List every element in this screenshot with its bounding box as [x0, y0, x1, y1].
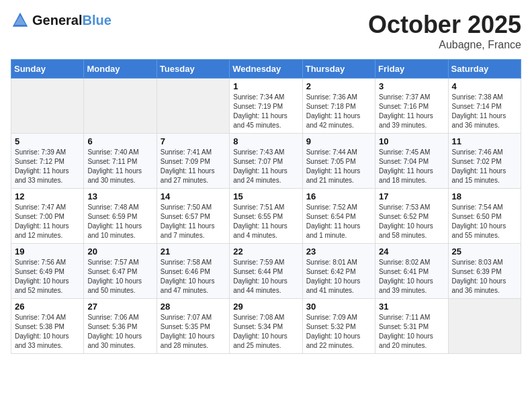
day-number: 6	[87, 136, 152, 146]
calendar-header-row: SundayMondayTuesdayWednesdayThursdayFrid…	[11, 60, 521, 79]
day-info: Sunrise: 7:43 AM Sunset: 7:07 PM Dayligh…	[233, 148, 298, 185]
day-number: 15	[233, 191, 298, 201]
day-info: Sunrise: 8:01 AM Sunset: 6:42 PM Dayligh…	[306, 258, 371, 295]
day-number: 1	[233, 81, 298, 91]
day-info: Sunrise: 7:04 AM Sunset: 5:38 PM Dayligh…	[15, 313, 80, 351]
day-info: Sunrise: 7:52 AM Sunset: 6:54 PM Dayligh…	[306, 203, 371, 240]
calendar-day-cell: 31Sunrise: 7:11 AM Sunset: 5:31 PM Dayli…	[375, 299, 448, 354]
day-info: Sunrise: 7:07 AM Sunset: 5:35 PM Dayligh…	[161, 313, 226, 351]
day-info: Sunrise: 7:45 AM Sunset: 7:04 PM Dayligh…	[379, 148, 444, 185]
calendar-day-cell: 2Sunrise: 7:36 AM Sunset: 7:18 PM Daylig…	[302, 79, 375, 134]
day-number: 25	[452, 246, 517, 257]
day-number: 22	[233, 246, 298, 257]
day-number: 13	[87, 191, 152, 201]
day-number: 7	[161, 136, 226, 146]
day-info: Sunrise: 7:56 AM Sunset: 6:49 PM Dayligh…	[15, 258, 80, 295]
day-number: 10	[379, 136, 444, 146]
day-info: Sunrise: 7:57 AM Sunset: 6:47 PM Dayligh…	[87, 258, 152, 295]
calendar-day-cell: 24Sunrise: 8:02 AM Sunset: 6:41 PM Dayli…	[375, 244, 448, 299]
day-number: 12	[15, 191, 80, 201]
calendar-day-cell: 27Sunrise: 7:06 AM Sunset: 5:36 PM Dayli…	[84, 299, 157, 354]
day-info: Sunrise: 7:46 AM Sunset: 7:02 PM Dayligh…	[452, 148, 517, 185]
calendar-day-cell: 10Sunrise: 7:45 AM Sunset: 7:04 PM Dayli…	[375, 134, 448, 189]
day-number: 29	[233, 302, 298, 312]
calendar-day-cell: 14Sunrise: 7:50 AM Sunset: 6:57 PM Dayli…	[157, 189, 229, 244]
logo-icon	[11, 11, 30, 30]
page-header: GeneralBlue October 2025 Aubagne, France	[11, 11, 521, 51]
calendar-day-cell: 23Sunrise: 8:01 AM Sunset: 6:42 PM Dayli…	[302, 244, 375, 299]
calendar-day-cell: 13Sunrise: 7:48 AM Sunset: 6:59 PM Dayli…	[84, 189, 157, 244]
calendar-day-cell: 26Sunrise: 7:04 AM Sunset: 5:38 PM Dayli…	[11, 299, 84, 354]
calendar-week-row: 12Sunrise: 7:47 AM Sunset: 7:00 PM Dayli…	[11, 189, 521, 244]
day-info: Sunrise: 7:59 AM Sunset: 6:44 PM Dayligh…	[233, 258, 298, 295]
day-number: 2	[306, 81, 371, 91]
day-info: Sunrise: 8:03 AM Sunset: 6:39 PM Dayligh…	[452, 258, 517, 295]
weekday-header: Monday	[84, 60, 157, 79]
day-number: 4	[452, 81, 517, 91]
day-info: Sunrise: 7:58 AM Sunset: 6:46 PM Dayligh…	[161, 258, 226, 295]
logo-blue: Blue	[82, 13, 111, 28]
calendar-day-cell: 16Sunrise: 7:52 AM Sunset: 6:54 PM Dayli…	[302, 189, 375, 244]
calendar-day-cell: 17Sunrise: 7:53 AM Sunset: 6:52 PM Dayli…	[375, 189, 448, 244]
calendar-day-cell: 25Sunrise: 8:03 AM Sunset: 6:39 PM Dayli…	[448, 244, 521, 299]
calendar-day-cell	[448, 299, 521, 354]
day-info: Sunrise: 7:39 AM Sunset: 7:12 PM Dayligh…	[15, 148, 80, 185]
calendar-day-cell: 28Sunrise: 7:07 AM Sunset: 5:35 PM Dayli…	[157, 299, 229, 354]
calendar-week-row: 5Sunrise: 7:39 AM Sunset: 7:12 PM Daylig…	[11, 134, 521, 189]
calendar-day-cell	[84, 79, 157, 134]
calendar-day-cell: 8Sunrise: 7:43 AM Sunset: 7:07 PM Daylig…	[230, 134, 302, 189]
calendar-week-row: 26Sunrise: 7:04 AM Sunset: 5:38 PM Dayli…	[11, 299, 521, 354]
calendar-day-cell: 22Sunrise: 7:59 AM Sunset: 6:44 PM Dayli…	[230, 244, 302, 299]
day-info: Sunrise: 7:51 AM Sunset: 6:55 PM Dayligh…	[233, 203, 298, 240]
calendar-table: SundayMondayTuesdayWednesdayThursdayFrid…	[11, 59, 521, 354]
day-number: 28	[161, 302, 226, 312]
logo-general: General	[32, 13, 82, 28]
day-info: Sunrise: 7:36 AM Sunset: 7:18 PM Dayligh…	[306, 93, 371, 130]
calendar-day-cell: 7Sunrise: 7:41 AM Sunset: 7:09 PM Daylig…	[157, 134, 229, 189]
calendar-day-cell	[157, 79, 229, 134]
day-number: 18	[452, 191, 517, 201]
calendar-week-row: 19Sunrise: 7:56 AM Sunset: 6:49 PM Dayli…	[11, 244, 521, 299]
day-number: 9	[306, 136, 371, 146]
calendar-day-cell: 30Sunrise: 7:09 AM Sunset: 5:32 PM Dayli…	[302, 299, 375, 354]
title-block: October 2025 Aubagne, France	[368, 11, 521, 51]
day-info: Sunrise: 7:50 AM Sunset: 6:57 PM Dayligh…	[161, 203, 226, 240]
day-number: 27	[87, 302, 152, 312]
day-number: 16	[306, 191, 371, 201]
month-title: October 2025	[368, 11, 521, 39]
day-number: 11	[452, 136, 517, 146]
day-info: Sunrise: 7:34 AM Sunset: 7:19 PM Dayligh…	[233, 93, 298, 130]
day-info: Sunrise: 7:11 AM Sunset: 5:31 PM Dayligh…	[379, 313, 444, 351]
day-number: 17	[379, 191, 444, 201]
day-number: 23	[306, 246, 371, 257]
day-info: Sunrise: 7:40 AM Sunset: 7:11 PM Dayligh…	[87, 148, 152, 185]
day-info: Sunrise: 7:44 AM Sunset: 7:05 PM Dayligh…	[306, 148, 371, 185]
calendar-week-row: 1Sunrise: 7:34 AM Sunset: 7:19 PM Daylig…	[11, 79, 521, 134]
calendar-day-cell: 20Sunrise: 7:57 AM Sunset: 6:47 PM Dayli…	[84, 244, 157, 299]
day-number: 5	[15, 136, 80, 146]
day-info: Sunrise: 7:54 AM Sunset: 6:50 PM Dayligh…	[452, 203, 517, 240]
day-number: 31	[379, 302, 444, 312]
day-number: 21	[161, 246, 226, 257]
calendar-day-cell: 29Sunrise: 7:08 AM Sunset: 5:34 PM Dayli…	[230, 299, 302, 354]
logo: GeneralBlue	[11, 11, 112, 30]
calendar-day-cell: 18Sunrise: 7:54 AM Sunset: 6:50 PM Dayli…	[448, 189, 521, 244]
weekday-header: Thursday	[302, 60, 375, 79]
day-number: 3	[379, 81, 444, 91]
day-info: Sunrise: 7:53 AM Sunset: 6:52 PM Dayligh…	[379, 203, 444, 240]
calendar-day-cell: 12Sunrise: 7:47 AM Sunset: 7:00 PM Dayli…	[11, 189, 84, 244]
location: Aubagne, France	[368, 39, 521, 51]
day-info: Sunrise: 7:08 AM Sunset: 5:34 PM Dayligh…	[233, 313, 298, 351]
day-info: Sunrise: 7:37 AM Sunset: 7:16 PM Dayligh…	[379, 93, 444, 130]
day-number: 14	[161, 191, 226, 201]
day-info: Sunrise: 7:09 AM Sunset: 5:32 PM Dayligh…	[306, 313, 371, 351]
day-info: Sunrise: 8:02 AM Sunset: 6:41 PM Dayligh…	[379, 258, 444, 295]
calendar-day-cell: 9Sunrise: 7:44 AM Sunset: 7:05 PM Daylig…	[302, 134, 375, 189]
day-info: Sunrise: 7:47 AM Sunset: 7:00 PM Dayligh…	[15, 203, 80, 240]
calendar-day-cell: 5Sunrise: 7:39 AM Sunset: 7:12 PM Daylig…	[11, 134, 84, 189]
weekday-header: Tuesday	[157, 60, 229, 79]
day-info: Sunrise: 7:06 AM Sunset: 5:36 PM Dayligh…	[87, 313, 152, 351]
day-info: Sunrise: 7:48 AM Sunset: 6:59 PM Dayligh…	[87, 203, 152, 240]
day-number: 30	[306, 302, 371, 312]
weekday-header: Sunday	[11, 60, 84, 79]
